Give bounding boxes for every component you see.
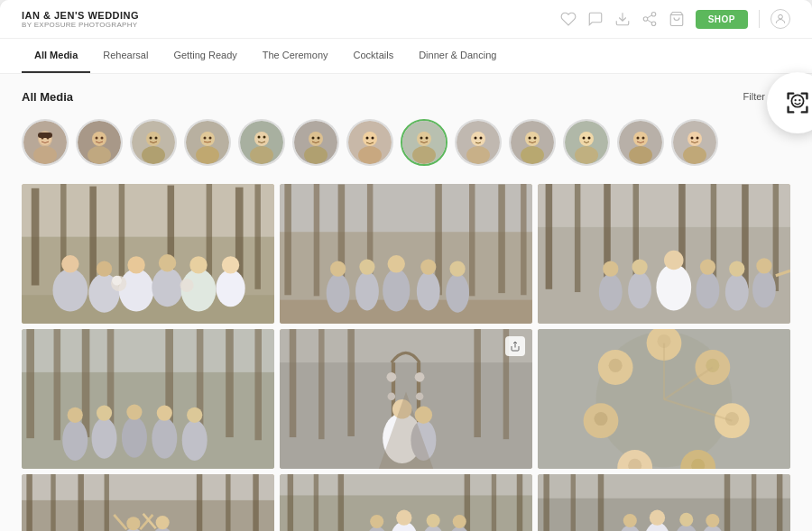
svg-point-60	[521, 146, 544, 164]
svg-point-74	[697, 137, 699, 140]
svg-point-27	[200, 132, 215, 146]
svg-point-50	[412, 146, 436, 164]
svg-point-138	[664, 251, 684, 270]
svg-point-250	[794, 99, 796, 101]
nav-item-all-media[interactable]: All Media	[22, 39, 90, 73]
face-avatar-10[interactable]	[563, 119, 610, 166]
svg-point-175	[386, 372, 396, 382]
svg-rect-237	[598, 474, 604, 531]
svg-point-177	[388, 393, 396, 401]
nav-item-cocktails[interactable]: Cocktails	[341, 39, 407, 73]
nav-item-getting-ready[interactable]: Getting Ready	[161, 39, 249, 73]
svg-point-158	[92, 418, 117, 459]
filter-label: Filter	[743, 91, 765, 102]
share-icon[interactable]	[641, 11, 658, 27]
photo-5[interactable]	[280, 329, 532, 469]
face-avatar-9[interactable]	[509, 119, 556, 166]
svg-point-69	[642, 137, 645, 140]
svg-point-24	[155, 137, 158, 140]
svg-point-144	[756, 258, 771, 273]
user-avatar[interactable]	[770, 9, 790, 29]
face-avatar-11[interactable]	[617, 119, 664, 166]
face-avatar-0[interactable]	[22, 119, 69, 166]
svg-rect-202	[22, 500, 274, 531]
svg-rect-203	[26, 474, 32, 531]
svg-point-211	[126, 517, 140, 530]
svg-point-118	[388, 255, 405, 272]
svg-rect-207	[197, 474, 202, 531]
photo-4[interactable]	[22, 329, 274, 469]
svg-point-93	[152, 268, 182, 307]
photo-8[interactable]	[280, 474, 532, 531]
nav-item-rehearsal[interactable]: Rehearsal	[90, 39, 161, 73]
svg-rect-206	[105, 474, 109, 531]
nav-item-ceremony[interactable]: The Ceremony	[250, 39, 341, 73]
browser-window: IAN & JEN'S WEDDING BY EXPOSURE PHOTOGRA…	[0, 0, 812, 531]
face-avatar-2[interactable]	[130, 119, 177, 166]
svg-point-140	[700, 259, 715, 274]
cart-icon[interactable]	[669, 11, 685, 27]
comment-icon[interactable]	[587, 11, 604, 27]
main-nav: All Media Rehearsal Getting Ready The Ce…	[0, 39, 812, 74]
svg-point-228	[396, 510, 411, 526]
svg-point-165	[187, 407, 202, 423]
svg-rect-205	[78, 474, 83, 531]
site-title: IAN & JEN'S WEDDING	[22, 10, 139, 21]
face-avatar-6[interactable]	[346, 119, 393, 166]
svg-line-3	[647, 20, 651, 23]
face-avatar-3[interactable]	[184, 119, 231, 166]
svg-point-96	[189, 256, 207, 273]
svg-point-162	[152, 418, 177, 459]
nav-item-dinner[interactable]: Dinner & Dancing	[406, 39, 509, 73]
svg-rect-223	[492, 474, 496, 531]
svg-rect-224	[517, 474, 522, 531]
shop-button[interactable]: SHOP	[696, 10, 748, 29]
svg-rect-240	[777, 474, 782, 531]
svg-point-62	[579, 132, 594, 146]
header: IAN & JEN'S WEDDING BY EXPOSURE PHOTOGRA…	[0, 0, 812, 39]
face-avatar-8[interactable]	[455, 119, 502, 166]
photo-3[interactable]	[538, 184, 790, 324]
svg-point-72	[687, 132, 702, 146]
photo-9[interactable]	[538, 474, 790, 531]
face-filter-row	[22, 119, 790, 169]
divider	[759, 10, 760, 28]
svg-point-52	[471, 132, 485, 146]
photo-6[interactable]	[538, 329, 790, 469]
svg-point-97	[216, 270, 245, 307]
photo-1[interactable]	[22, 184, 274, 324]
photo-grid	[22, 184, 790, 531]
svg-point-68	[637, 137, 640, 140]
face-avatar-5[interactable]	[292, 119, 339, 166]
svg-point-121	[446, 274, 469, 313]
photo-7[interactable]	[22, 474, 274, 531]
svg-point-38	[312, 137, 315, 140]
download-icon[interactable]	[614, 11, 631, 27]
svg-point-30	[196, 146, 219, 164]
svg-point-32	[254, 132, 269, 146]
face-avatar-1[interactable]	[76, 119, 123, 166]
svg-point-246	[679, 513, 693, 526]
svg-point-22	[146, 132, 161, 146]
face-avatar-4[interactable]	[238, 119, 285, 166]
share-photo-icon[interactable]	[505, 336, 525, 356]
svg-point-142	[729, 261, 744, 277]
svg-rect-208	[226, 474, 230, 531]
svg-point-115	[355, 271, 379, 310]
svg-point-45	[358, 146, 382, 164]
svg-point-251	[798, 99, 800, 101]
svg-rect-109	[469, 184, 475, 296]
svg-point-117	[383, 269, 410, 311]
face-avatar-7[interactable]	[401, 119, 448, 166]
svg-point-44	[372, 137, 374, 140]
face-avatar-12[interactable]	[671, 119, 718, 166]
svg-point-116	[359, 259, 374, 274]
photo-2[interactable]	[280, 184, 532, 324]
site-subtitle: BY EXPOSURE PHOTOGRAPHY	[22, 21, 139, 29]
heart-icon[interactable]	[560, 11, 577, 27]
svg-rect-85	[254, 185, 260, 289]
svg-point-53	[475, 137, 477, 140]
svg-point-159	[97, 406, 112, 421]
svg-point-25	[142, 146, 165, 164]
svg-point-63	[583, 137, 586, 140]
